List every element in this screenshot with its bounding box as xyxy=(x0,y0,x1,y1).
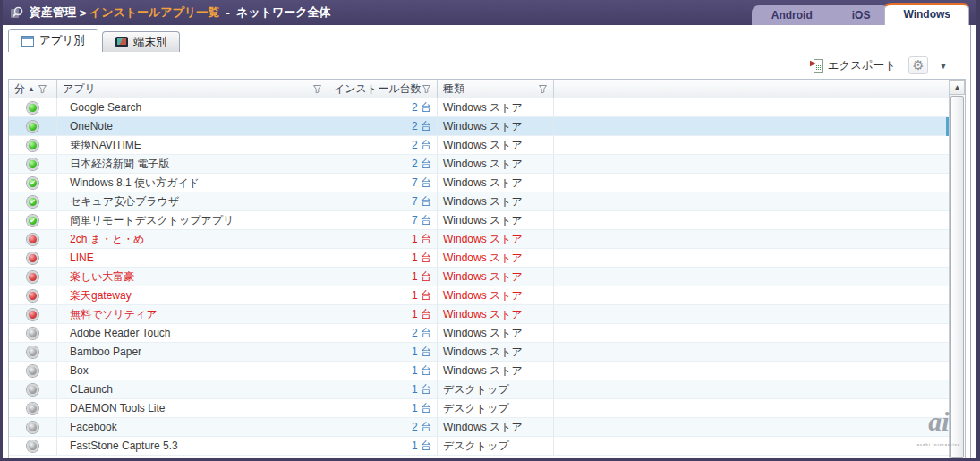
table-row[interactable]: 簡単リモートデスクトップアプリ7 台Windows ストア xyxy=(9,211,949,230)
settings-gear-button[interactable]: ⚙ xyxy=(908,56,928,74)
install-count-cell[interactable]: 7 台 xyxy=(328,211,438,230)
app-name-cell[interactable]: Box xyxy=(57,362,328,380)
app-name-cell[interactable]: 日本経済新聞 電子版 xyxy=(57,155,328,174)
install-count-cell[interactable]: 1 台 xyxy=(328,305,438,324)
status-green-check-icon xyxy=(27,177,38,189)
app-name-cell[interactable]: Facebook xyxy=(57,418,328,437)
app-name-cell[interactable]: Adobe Reader Touch xyxy=(57,324,328,343)
filter-icon[interactable] xyxy=(538,84,548,94)
column-header-status[interactable]: 分 ▲ xyxy=(9,80,57,98)
column-header-type[interactable]: 種類 xyxy=(438,80,554,98)
install-count-cell[interactable]: 1 台 xyxy=(328,399,438,418)
app-name-cell[interactable]: LINE xyxy=(57,249,328,268)
table-row[interactable]: OneNote2 台Windows ストア xyxy=(9,117,949,136)
column-header-count[interactable]: インストール台数 xyxy=(328,80,438,98)
status-cell xyxy=(9,192,57,211)
app-name-cell[interactable]: 簡単リモートデスクトップアプリ xyxy=(57,211,328,230)
app-name-cell[interactable]: Bamboo Paper xyxy=(57,343,328,362)
app-name-cell[interactable]: FastStone Capture 5.3 xyxy=(57,437,328,456)
app-name-cell[interactable]: 楽天gateway xyxy=(57,286,328,305)
install-count-cell[interactable]: 1 台 xyxy=(328,268,438,286)
row-filler-cell xyxy=(554,230,949,249)
table-row[interactable]: CLaunch1 台デスクトップ xyxy=(9,380,949,399)
table-row[interactable]: Facebook2 台Windows ストア xyxy=(9,418,949,437)
breadcrumb-root[interactable]: 資産管理 xyxy=(30,4,76,21)
table-row[interactable]: FastStone Capture 5.31 台デスクトップ xyxy=(9,437,949,456)
install-count-cell[interactable]: 7 台 xyxy=(328,174,438,192)
app-name-cell[interactable]: 乗換NAVITIME xyxy=(57,136,328,155)
app-type-cell: デスクトップ xyxy=(438,399,554,418)
table-row[interactable]: 2ch ま・と・め1 台Windows ストア xyxy=(9,230,949,249)
app-name-cell[interactable]: 無料でソリティア xyxy=(57,305,328,324)
status-gray-icon xyxy=(27,384,38,396)
table-row[interactable]: セキュア安心ブラウザ7 台Windows ストア xyxy=(9,192,949,211)
status-green-icon xyxy=(27,140,38,151)
status-cell xyxy=(9,174,57,192)
app-name-cell[interactable]: 2ch ま・と・め xyxy=(57,230,328,249)
tab-windows[interactable]: Windows xyxy=(884,3,969,25)
toolbar-dropdown-arrow[interactable]: ▼ xyxy=(937,59,950,73)
install-count-cell[interactable]: 1 台 xyxy=(328,249,438,268)
tab-ios[interactable]: iOS xyxy=(832,5,891,25)
sort-asc-icon[interactable]: ▲ xyxy=(28,85,35,93)
install-count-cell[interactable]: 1 台 xyxy=(328,380,438,399)
table-row[interactable]: 日本経済新聞 電子版2 台Windows ストア xyxy=(9,155,949,174)
scrollbar-thumb[interactable] xyxy=(950,96,964,458)
table-row[interactable]: 楽しい大富豪1 台Windows ストア xyxy=(9,268,949,286)
status-cell xyxy=(9,418,57,437)
status-cell xyxy=(9,399,57,418)
app-name-cell[interactable]: セキュア安心ブラウザ xyxy=(57,192,328,211)
install-count-cell[interactable]: 1 台 xyxy=(328,437,438,456)
table-row[interactable]: LINE1 台Windows ストア xyxy=(9,249,949,268)
table-row[interactable]: 楽天gateway1 台Windows ストア xyxy=(9,286,949,305)
install-count-cell[interactable]: 2 台 xyxy=(328,418,438,437)
filter-icon[interactable] xyxy=(422,84,431,94)
install-count-cell[interactable]: 1 台 xyxy=(328,230,438,249)
app-name-cell[interactable]: CLaunch xyxy=(57,380,328,399)
install-count-cell[interactable]: 1 台 xyxy=(328,362,438,380)
row-filler-cell xyxy=(554,380,949,399)
app-name-cell[interactable]: 楽しい大富豪 xyxy=(57,268,328,286)
tab-android[interactable]: Android xyxy=(752,5,832,25)
app-type-cell: Windows ストア xyxy=(438,230,554,249)
install-count-cell[interactable]: 1 台 xyxy=(328,343,438,362)
table-row[interactable]: 無料でソリティア1 台Windows ストア xyxy=(9,305,949,324)
table-row[interactable]: Box1 台Windows ストア xyxy=(9,362,949,380)
export-button[interactable]: エクスポート xyxy=(806,56,899,75)
column-header-app[interactable]: アプリ xyxy=(57,80,328,98)
table-row[interactable]: Google Search2 台Windows ストア xyxy=(9,98,949,117)
install-count-cell[interactable]: 2 台 xyxy=(328,324,438,343)
install-count-cell[interactable]: 2 台 xyxy=(328,98,438,117)
vertical-scrollbar[interactable]: ▲ xyxy=(949,80,965,458)
os-tab-bar: Android iOS Windows xyxy=(752,3,969,25)
tab-by-app-label: アプリ別 xyxy=(39,33,85,48)
status-cell xyxy=(9,268,57,286)
install-count-cell[interactable]: 2 台 xyxy=(328,136,438,155)
tab-by-device[interactable]: 端末別 xyxy=(102,31,181,52)
app-type-cell: Windows ストア xyxy=(438,117,554,136)
tab-by-device-label: 端末別 xyxy=(133,35,167,50)
install-count-cell[interactable]: 1 台 xyxy=(328,286,438,305)
table-row[interactable]: Adobe Reader Touch2 台Windows ストア xyxy=(9,324,949,343)
app-name-cell[interactable]: OneNote xyxy=(57,117,328,136)
scroll-up-button[interactable]: ▲ xyxy=(950,80,965,95)
install-count-cell[interactable]: 7 台 xyxy=(328,192,438,211)
status-gray-icon xyxy=(27,346,38,358)
app-name-cell[interactable]: DAEMON Tools Lite xyxy=(57,399,328,418)
install-count-cell[interactable]: 2 台 xyxy=(328,155,438,174)
table-row[interactable]: 乗換NAVITIME2 台Windows ストア xyxy=(9,136,949,155)
table-row[interactable]: DAEMON Tools Lite1 台デスクトップ xyxy=(9,399,949,418)
app-name-cell[interactable]: Google Search xyxy=(57,98,328,117)
table-row[interactable]: Windows 8.1 使い方ガイド7 台Windows ストア xyxy=(9,174,949,192)
breadcrumb-gt: > xyxy=(80,6,87,20)
table-header: 分 ▲ アプリ インストール台数 種類 xyxy=(9,80,949,98)
app-column-label: アプリ xyxy=(63,81,96,97)
tab-by-app[interactable]: アプリ別 xyxy=(8,29,98,52)
filter-icon[interactable] xyxy=(38,84,47,94)
app-type-cell: Windows ストア xyxy=(438,343,554,362)
app-type-cell: デスクトップ xyxy=(438,380,554,399)
table-row[interactable]: Bamboo Paper1 台Windows ストア xyxy=(9,343,949,362)
install-count-cell[interactable]: 2 台 xyxy=(328,117,438,136)
app-name-cell[interactable]: Windows 8.1 使い方ガイド xyxy=(57,174,328,192)
filter-icon[interactable] xyxy=(312,84,322,94)
